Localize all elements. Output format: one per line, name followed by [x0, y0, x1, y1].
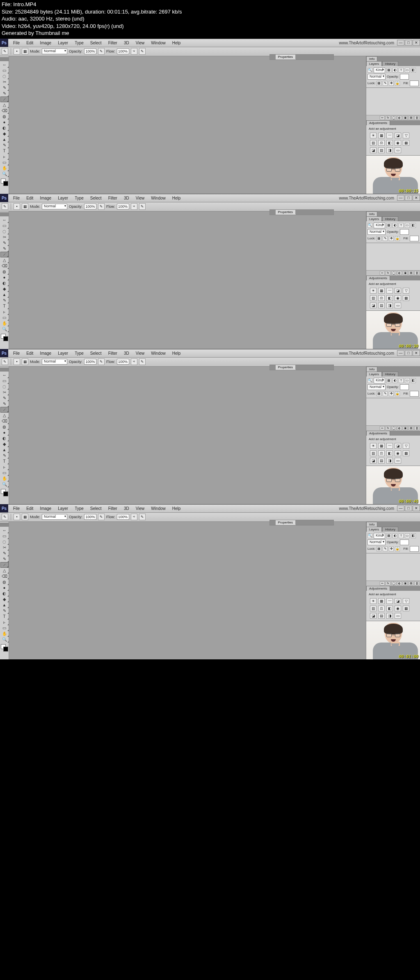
adjustments-tab[interactable]: Adjustments [366, 586, 390, 591]
filter-kind-icon[interactable]: 🔍 [368, 378, 372, 383]
threshold-icon[interactable]: ◨ [386, 458, 393, 464]
tool-10[interactable]: ● [0, 430, 9, 436]
trash-icon[interactable]: 🗑 [414, 426, 419, 430]
vibrance-icon[interactable]: ▽ [403, 598, 409, 604]
tool-12[interactable]: ◆ [0, 597, 9, 602]
properties-tab[interactable]: Properties [276, 520, 296, 525]
background-color[interactable] [3, 647, 8, 652]
close-button[interactable]: ✕ [413, 350, 420, 356]
filter-kind-icon[interactable]: 🔍 [368, 68, 372, 73]
properties-panel-strip[interactable]: Properties [269, 209, 334, 215]
menu-view[interactable]: View [132, 351, 148, 356]
tool-18[interactable]: ✋ [0, 321, 9, 326]
canvas-area[interactable] [9, 211, 366, 349]
filter-smart-icon[interactable]: ◧ [411, 378, 416, 383]
menu-window[interactable]: Window [148, 506, 169, 511]
levels-icon[interactable]: ▦ [378, 443, 385, 449]
tool-11[interactable]: ◐ [0, 125, 9, 131]
posterize-icon[interactable]: ▤ [378, 147, 385, 153]
history-tab[interactable]: History [382, 216, 398, 221]
tool-15[interactable]: T [0, 148, 9, 154]
menu-type[interactable]: Type [71, 196, 87, 200]
lock-position-icon[interactable]: ✥ [389, 546, 394, 551]
adjustments-tab[interactable]: Adjustments [366, 275, 390, 280]
canvas-area[interactable] [9, 56, 366, 194]
history-tab[interactable]: History [382, 372, 398, 376]
tool-5[interactable]: ✎ [0, 401, 9, 407]
mask-icon[interactable]: ◯ [391, 116, 396, 120]
tool-9[interactable]: ◍ [0, 579, 9, 585]
tool-17[interactable]: ▭ [0, 160, 9, 165]
close-button[interactable]: ✕ [413, 40, 420, 46]
history-tab[interactable]: History [382, 61, 398, 66]
tool-12[interactable]: ◆ [0, 131, 9, 137]
tool-16[interactable]: ▹ [0, 309, 9, 315]
toolbox-grip[interactable] [0, 523, 9, 527]
color-wells[interactable] [1, 489, 8, 496]
new-fill-icon[interactable]: ◐ [397, 271, 402, 275]
pressure-opacity-icon[interactable]: ✎ [98, 514, 105, 520]
properties-panel-strip[interactable]: Properties [269, 54, 334, 60]
brush-panel-icon[interactable]: ▦ [22, 358, 28, 365]
brush-tool-icon[interactable]: ✎ [2, 358, 8, 365]
tool-17[interactable]: ▭ [0, 315, 9, 321]
posterize-icon[interactable]: ▤ [378, 303, 385, 308]
filter-pixel-icon[interactable]: ▦ [386, 223, 391, 228]
menu-type[interactable]: Type [71, 506, 87, 511]
threshold-icon[interactable]: ◨ [386, 613, 393, 619]
minimize-button[interactable]: — [397, 350, 404, 356]
layers-list[interactable] [366, 553, 420, 581]
filter-type-icon[interactable]: T [399, 533, 404, 538]
menu-help[interactable]: Help [169, 196, 184, 200]
gradientmap-icon[interactable]: ▭ [395, 613, 401, 619]
gradientmap-icon[interactable]: ▭ [395, 147, 401, 153]
airbrush-icon[interactable]: ༄ [131, 358, 137, 365]
layer-opacity[interactable] [400, 229, 409, 235]
lock-all-icon[interactable]: 🔒 [395, 236, 400, 241]
link-layers-icon[interactable]: ⇔ [380, 116, 385, 120]
brush-preset-icon[interactable]: • [14, 358, 20, 365]
brush-tool-icon[interactable]: ✎ [2, 514, 8, 520]
tool-4[interactable]: ✎ [0, 395, 9, 401]
adjustments-tab[interactable]: Adjustments [366, 431, 390, 436]
mask-icon[interactable]: ◯ [391, 581, 396, 585]
lock-all-icon[interactable]: 🔒 [395, 81, 400, 86]
menu-file[interactable]: File [10, 506, 23, 511]
tool-8[interactable]: ⌫ [0, 418, 9, 424]
filter-adjust-icon[interactable]: ◐ [393, 223, 397, 228]
tool-13[interactable]: ▲ [0, 602, 9, 608]
bw-icon[interactable]: ◧ [386, 140, 393, 146]
photofilter-icon[interactable]: ◉ [395, 295, 401, 301]
menu-file[interactable]: File [10, 351, 23, 356]
link-layers-icon[interactable]: ⇔ [380, 581, 385, 585]
pressure-opacity-icon[interactable]: ✎ [98, 48, 105, 55]
hue-icon[interactable]: ▥ [370, 450, 377, 456]
filter-pixel-icon[interactable]: ▦ [386, 68, 391, 73]
menu-file[interactable]: File [10, 41, 23, 45]
layers-list[interactable] [366, 398, 420, 425]
menu-select[interactable]: Select [87, 196, 105, 200]
blend-select[interactable]: Normal [368, 229, 386, 235]
menu-layer[interactable]: Layer [55, 351, 71, 356]
tool-14[interactable]: ✎ [0, 298, 9, 303]
info-tab[interactable]: Info [366, 522, 377, 527]
toolbox-grip[interactable] [0, 57, 9, 61]
tool-7[interactable]: △ [0, 102, 9, 108]
tool-1[interactable]: ▭ [0, 378, 9, 384]
mode-select[interactable]: Normal [42, 514, 67, 520]
tool-12[interactable]: ◆ [0, 441, 9, 447]
gradientmap-icon[interactable]: ▭ [395, 303, 401, 308]
filter-smart-icon[interactable]: ◧ [411, 533, 416, 538]
layer-opacity[interactable] [400, 74, 409, 80]
pressure-size-icon[interactable]: ✎ [139, 48, 146, 55]
filter-kind-icon[interactable]: 🔍 [368, 223, 372, 228]
colorbal-icon[interactable]: ⚖ [378, 295, 385, 301]
tool-2[interactable]: ◌ [0, 73, 9, 79]
exposure-icon[interactable]: ◪ [395, 443, 401, 449]
menu-window[interactable]: Window [148, 351, 169, 356]
gradientmap-icon[interactable]: ▭ [395, 458, 401, 464]
invert-icon[interactable]: ◪ [370, 147, 377, 153]
menu-window[interactable]: Window [148, 41, 169, 45]
menu-edit[interactable]: Edit [23, 196, 37, 200]
menu-file[interactable]: File [10, 196, 23, 200]
